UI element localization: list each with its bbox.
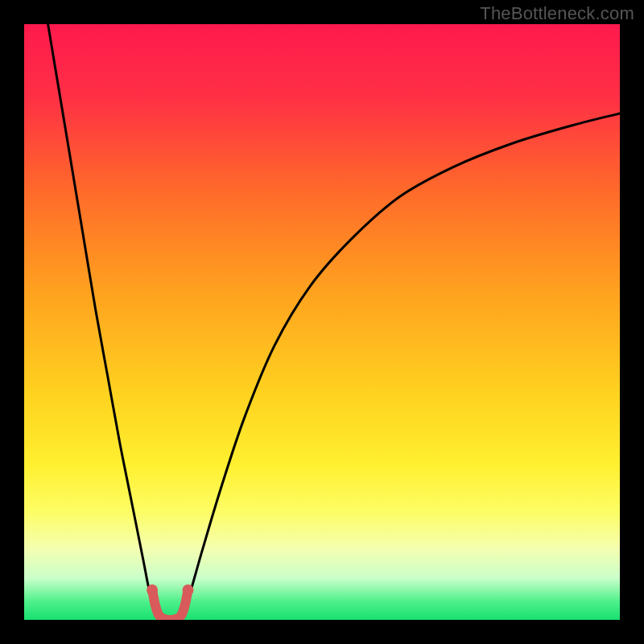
- valley-endpoint-right: [183, 584, 194, 596]
- watermark-label: TheBottleneck.com: [480, 3, 634, 24]
- curve-valley-highlight: [152, 590, 188, 620]
- valley-endpoint-left: [147, 584, 158, 596]
- plot-area: [24, 24, 620, 620]
- curve-left-branch: [48, 24, 162, 617]
- curve-right-branch: [179, 114, 620, 617]
- chart-frame: TheBottleneck.com: [0, 0, 644, 644]
- curve-layer: [24, 24, 620, 620]
